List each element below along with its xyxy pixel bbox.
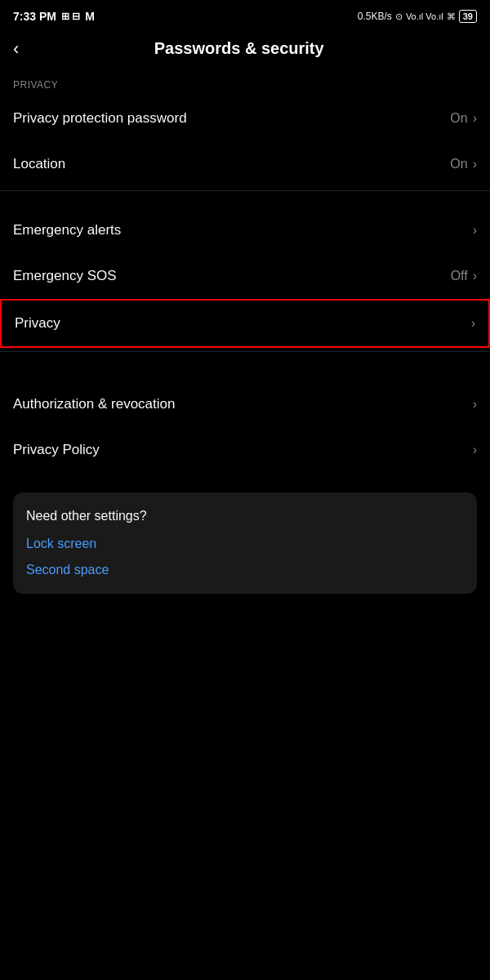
emergency-alerts-item[interactable]: Emergency alerts › [0,207,490,253]
clock-icon: ⊙ [395,11,403,22]
emergency-sos-value: Off [451,269,468,283]
chevron-icon: › [473,223,477,238]
emergency-sos-item[interactable]: Emergency SOS Off › [0,253,490,299]
privacy-protection-password-label: Privacy protection password [13,110,187,127]
emergency-sos-label: Emergency SOS [13,268,117,284]
divider-2 [0,351,490,352]
privacy-policy-right: › [473,443,477,457]
chevron-icon: › [473,397,477,412]
privacy-right: › [471,316,475,331]
location-value: On [450,157,467,172]
emergency-sos-right: Off › [451,269,477,283]
authorization-revocation-label: Authorization & revocation [13,396,175,412]
privacy-protection-password-right: On › [450,111,477,126]
spacer-2 [0,355,490,368]
status-icons: ⊞ ⊟ [61,11,80,22]
emergency-alerts-label: Emergency alerts [13,222,121,238]
location-right: On › [450,157,477,172]
privacy-policy-item[interactable]: Privacy Policy › [0,427,490,473]
privacy-item[interactable]: Privacy › [0,299,490,348]
privacy-section-label: PRIVACY [0,71,490,96]
second-space-link[interactable]: Second space [26,563,464,577]
authorization-revocation-item[interactable]: Authorization & revocation › [0,381,490,427]
suggestions-title: Need other settings? [26,509,464,523]
signal-icons: Vo.ıl Vo.ıl [406,11,443,21]
emergency-alerts-right: › [473,223,477,238]
back-button[interactable]: ‹ [13,40,19,58]
chevron-icon: › [473,157,477,172]
chevron-icon: › [471,316,475,331]
spacer-1 [0,194,490,207]
wifi-icon: ⌘ [447,11,456,22]
spacer-3 [0,368,490,381]
page-title: Passwords & security [29,39,449,58]
privacy-protection-password-value: On [450,111,467,126]
privacy-label: Privacy [15,315,60,332]
privacy-protection-password-item[interactable]: Privacy protection password On › [0,96,490,141]
battery-indicator: 39 [459,10,477,23]
privacy-policy-label: Privacy Policy [13,442,100,458]
lock-screen-link[interactable]: Lock screen [26,537,464,551]
chevron-icon: › [473,111,477,126]
divider-1 [0,190,490,191]
status-time: 7:33 PM ⊞ ⊟ M [13,10,95,23]
status-right-icons: 0.5KB/s ⊙ Vo.ıl Vo.ıl ⌘ 39 [358,10,477,23]
suggestions-card: Need other settings? Lock screen Second … [13,492,477,594]
status-bar: 7:33 PM ⊞ ⊟ M 0.5KB/s ⊙ Vo.ıl Vo.ıl ⌘ 39 [0,0,490,29]
page-header: ‹ Passwords & security [0,29,490,71]
chevron-icon: › [473,269,477,283]
location-item[interactable]: Location On › [0,141,490,187]
chevron-icon: › [473,443,477,457]
authorization-revocation-right: › [473,397,477,412]
location-label: Location [13,156,65,172]
